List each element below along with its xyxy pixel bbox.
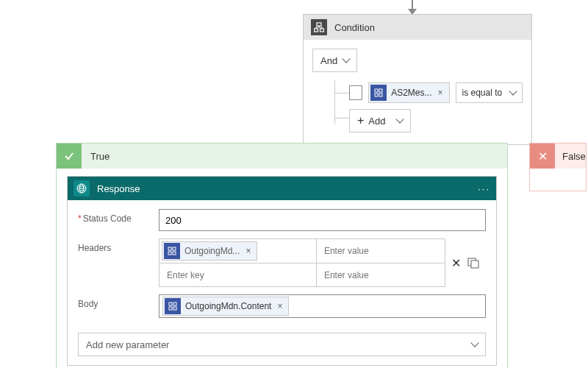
plus-icon: +: [357, 115, 364, 127]
true-header[interactable]: True: [57, 144, 507, 169]
add-label: Add: [368, 116, 385, 127]
response-header[interactable]: Response ···: [68, 177, 496, 200]
svg-rect-12: [173, 252, 176, 255]
svg-rect-14: [471, 261, 478, 268]
token-label: AS2Mes...: [391, 88, 431, 98]
svg-rect-15: [169, 302, 172, 305]
x-icon: ✕: [530, 144, 555, 169]
svg-rect-16: [173, 302, 176, 305]
add-parameter-label: Add new parameter: [86, 339, 169, 350]
header-value-input[interactable]: [323, 239, 439, 263]
token-label: OutgoingMd...: [184, 246, 240, 256]
headers-label: Headers: [78, 238, 159, 253]
false-header[interactable]: ✕ False: [530, 144, 586, 169]
header-key-token[interactable]: OutgoingMd... ×: [162, 241, 257, 261]
chevron-down-icon: [342, 54, 350, 63]
token-remove-icon[interactable]: ×: [276, 301, 284, 311]
false-title: False: [555, 151, 586, 162]
check-icon: [57, 144, 82, 169]
logic-operator-select[interactable]: And: [312, 49, 357, 72]
svg-rect-0: [317, 23, 321, 26]
headers-table: OutgoingMd... ×: [159, 238, 445, 287]
add-condition-button[interactable]: + Add: [349, 109, 411, 132]
svg-rect-9: [168, 247, 171, 250]
chevron-down-icon: [396, 115, 404, 123]
response-title: Response: [97, 183, 140, 194]
globe-icon: [74, 180, 90, 197]
condition-header[interactable]: Condition: [304, 15, 531, 40]
svg-rect-6: [379, 93, 382, 96]
row-checkbox[interactable]: [349, 85, 362, 100]
true-branch-card: True Response ··· *Status Code Headers: [56, 143, 508, 368]
true-title: True: [82, 151, 110, 162]
operator-select[interactable]: is equal to: [456, 82, 523, 103]
svg-rect-11: [168, 252, 171, 255]
token-label: OutgoingMdn.Content: [185, 301, 271, 311]
svg-rect-5: [375, 93, 378, 96]
condition-title: Condition: [334, 22, 375, 33]
body-token[interactable]: OutgoingMdn.Content ×: [162, 297, 289, 316]
logic-operator-label: And: [320, 55, 337, 66]
more-menu-icon[interactable]: ···: [478, 183, 490, 194]
condition-row: AS2Mes... × is equal to: [334, 79, 523, 106]
condition-body: And AS2Mes... × is equal to: [304, 40, 531, 144]
token-icon: [164, 243, 180, 259]
operand-token[interactable]: AS2Mes... ×: [368, 82, 449, 103]
operator-label: is equal to: [462, 88, 503, 98]
header-key-input[interactable]: [165, 263, 310, 286]
headers-row: Headers OutgoingMd... ×: [78, 238, 486, 287]
status-code-label: *Status Code: [78, 209, 159, 224]
token-icon: [370, 85, 387, 101]
token-remove-icon[interactable]: ×: [436, 88, 444, 98]
body-label: Body: [78, 294, 159, 309]
condition-icon: [311, 19, 327, 35]
status-code-input[interactable]: [159, 209, 486, 231]
svg-rect-18: [173, 307, 176, 310]
chevron-down-icon: [509, 87, 517, 95]
body-input[interactable]: OutgoingMdn.Content ×: [159, 294, 486, 318]
status-code-row: *Status Code: [78, 209, 486, 231]
svg-rect-17: [169, 307, 172, 310]
body-row: Body OutgoingMdn.Content ×: [78, 294, 486, 318]
svg-rect-1: [315, 29, 318, 32]
header-value-input[interactable]: [323, 263, 439, 286]
token-remove-icon[interactable]: ×: [244, 246, 252, 256]
condition-card: Condition And AS2Mes... × is equal to: [303, 14, 532, 145]
token-icon: [165, 298, 181, 314]
switch-mode-icon[interactable]: [467, 256, 480, 269]
add-parameter-select[interactable]: Add new parameter: [78, 333, 486, 356]
chevron-down-icon: [470, 339, 478, 347]
response-card: Response ··· *Status Code Headers: [67, 176, 497, 366]
svg-rect-10: [173, 247, 176, 250]
svg-rect-2: [320, 29, 324, 32]
remove-header-icon[interactable]: ✕: [451, 256, 461, 270]
svg-rect-4: [379, 89, 382, 92]
svg-rect-3: [375, 89, 378, 92]
table-row: [159, 263, 445, 287]
table-row: OutgoingMd... ×: [159, 239, 445, 263]
flow-arrow-in: [412, 0, 413, 14]
false-branch-card: ✕ False: [529, 143, 587, 191]
